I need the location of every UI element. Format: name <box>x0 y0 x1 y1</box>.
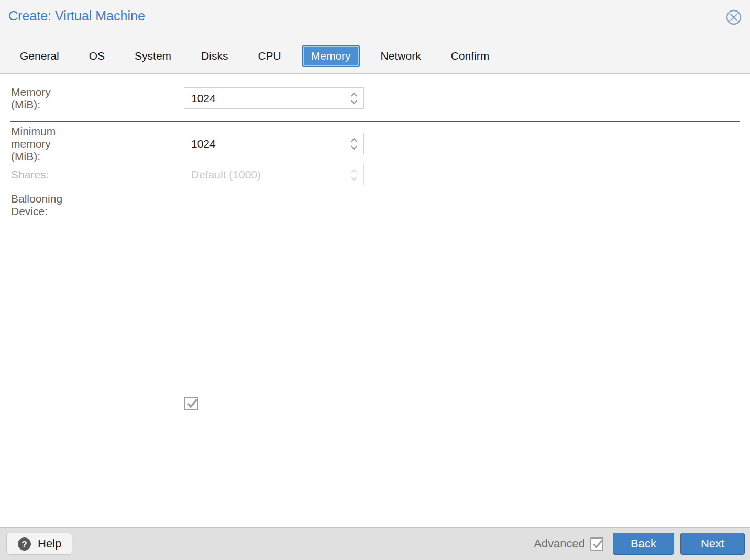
tab-memory[interactable]: Memory <box>302 45 360 67</box>
shares-label: Shares: <box>11 169 49 181</box>
tab-confirm[interactable]: Confirm <box>442 45 499 67</box>
ballooning-checkbox[interactable] <box>184 397 198 410</box>
shares-input <box>184 164 363 185</box>
minimum-memory-label: Minimum memory (MiB): <box>11 125 56 163</box>
minimum-memory-input[interactable] <box>184 133 363 154</box>
memory-spinner-icon[interactable] <box>349 91 359 106</box>
memory-field <box>184 87 364 109</box>
check-icon <box>185 396 200 411</box>
shares-spinner-icon <box>349 167 359 183</box>
advanced-checkbox[interactable] <box>590 537 603 551</box>
tab-system[interactable]: System <box>125 45 181 67</box>
back-button[interactable]: Back <box>613 533 674 555</box>
tab-os[interactable]: OS <box>80 45 114 67</box>
shares-field <box>184 164 364 185</box>
tab-network[interactable]: Network <box>371 45 431 67</box>
dialog-footer: ? Help Advanced Back Next <box>0 527 750 560</box>
tab-general[interactable]: General <box>10 45 69 67</box>
dialog-header: Create: Virtual Machine General OS Syste… <box>0 0 750 74</box>
check-icon <box>591 537 605 551</box>
minimum-memory-spinner-icon[interactable] <box>349 136 359 152</box>
memory-input[interactable] <box>184 88 363 108</box>
tab-disks[interactable]: Disks <box>192 45 237 67</box>
help-button-label: Help <box>38 537 61 551</box>
memory-label: Memory (MiB): <box>11 86 51 111</box>
close-icon[interactable] <box>725 8 743 26</box>
footer-actions: Advanced Back Next <box>534 533 745 555</box>
minimum-memory-field <box>184 133 364 154</box>
wizard-tabbar: General OS System Disks CPU Memory Netwo… <box>10 45 510 67</box>
help-button[interactable]: ? Help <box>6 533 72 555</box>
tab-cpu[interactable]: CPU <box>248 45 290 67</box>
advanced-section-divider <box>10 121 740 122</box>
next-button[interactable]: Next <box>680 533 745 555</box>
advanced-label: Advanced <box>534 537 585 551</box>
dialog-title: Create: Virtual Machine <box>8 8 145 24</box>
svg-text:?: ? <box>21 539 27 549</box>
question-circle-icon: ? <box>17 537 31 551</box>
ballooning-label: Ballooning Device: <box>11 193 62 218</box>
